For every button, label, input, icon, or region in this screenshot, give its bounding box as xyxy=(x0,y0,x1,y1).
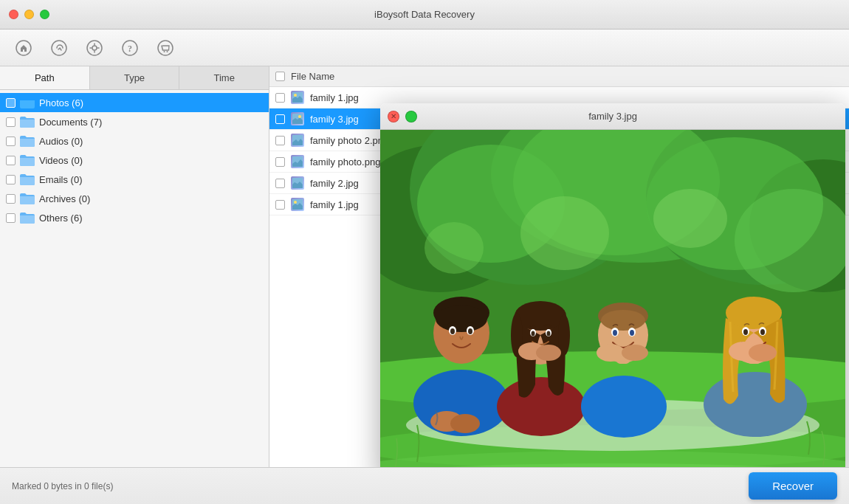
minimize-button[interactable] xyxy=(24,10,34,19)
preview-titlebar: ✕ family 3.jpg xyxy=(380,103,845,130)
file-5-name: family 1.jpg xyxy=(310,199,359,210)
tree-item-archives[interactable]: Archives (0) xyxy=(0,189,269,208)
file-5-thumb xyxy=(291,198,304,211)
svg-point-12 xyxy=(298,115,301,118)
svg-point-8 xyxy=(167,51,168,52)
svg-point-17 xyxy=(294,201,297,204)
left-panel: Path Type Time Photos (6) Documents xyxy=(0,66,269,467)
documents-checkbox[interactable] xyxy=(6,117,16,127)
emails-checkbox[interactable] xyxy=(6,175,16,184)
folder-icon-others xyxy=(20,212,35,224)
svg-point-62 xyxy=(601,310,645,331)
file-0-thumb xyxy=(291,91,304,104)
file-list-header: File Name xyxy=(269,66,849,87)
preview-close-button[interactable]: ✕ xyxy=(388,111,399,122)
others-label: Others (6) xyxy=(39,213,83,224)
svg-point-7 xyxy=(164,51,165,52)
file-4-name: family 2.jpg xyxy=(310,178,359,189)
close-button[interactable] xyxy=(9,10,18,19)
svg-point-29 xyxy=(653,189,727,248)
svg-point-75 xyxy=(743,329,748,335)
svg-point-66 xyxy=(630,330,634,336)
select-all-checkbox[interactable] xyxy=(275,72,285,81)
toolbar: ? xyxy=(0,30,849,66)
help-icon[interactable]: ? xyxy=(118,36,142,60)
videos-label: Videos (0) xyxy=(39,155,83,166)
archives-label: Archives (0) xyxy=(39,193,90,204)
maximize-button[interactable] xyxy=(40,10,49,19)
svg-point-78 xyxy=(749,344,777,362)
svg-point-45 xyxy=(450,414,480,433)
preview-window: ✕ family 3.jpg xyxy=(380,103,845,467)
emails-label: Emails (0) xyxy=(39,174,83,185)
svg-point-69 xyxy=(704,372,807,437)
folder-icon-emails xyxy=(20,173,35,185)
file-5-checkbox[interactable] xyxy=(275,200,285,210)
tree-item-audios[interactable]: Audios (0) xyxy=(0,131,269,151)
preview-prev-button[interactable] xyxy=(405,111,417,122)
svg-point-55 xyxy=(547,331,551,336)
svg-point-30 xyxy=(424,222,484,274)
svg-point-57 xyxy=(536,345,561,361)
photos-checkbox[interactable] xyxy=(6,98,16,108)
folder-icon-archives xyxy=(20,193,35,204)
file-4-thumb xyxy=(291,176,304,190)
file-name-header: File Name xyxy=(291,71,334,82)
file-1-checkbox[interactable] xyxy=(275,114,285,124)
settings-icon[interactable] xyxy=(83,36,106,60)
tree-item-others[interactable]: Others (6) xyxy=(0,208,269,227)
tree-list: Photos (6) Documents (7) Audios (0) xyxy=(0,90,269,467)
tab-time[interactable]: Time xyxy=(179,66,269,89)
tree-item-documents[interactable]: Documents (7) xyxy=(0,112,269,131)
tab-path[interactable]: Path xyxy=(0,66,90,89)
file-2-checkbox[interactable] xyxy=(275,136,285,145)
file-2-name: family photo 2.png xyxy=(310,135,388,146)
photos-label: Photos (6) xyxy=(39,97,83,108)
folder-icon-audios xyxy=(20,135,35,147)
archives-checkbox[interactable] xyxy=(6,194,16,204)
file-0-checkbox[interactable] xyxy=(275,93,285,103)
svg-point-39 xyxy=(436,305,487,332)
tab-type[interactable]: Type xyxy=(90,66,180,89)
tree-item-videos[interactable]: Videos (0) xyxy=(0,151,269,170)
tree-item-emails[interactable]: Emails (0) xyxy=(0,170,269,189)
svg-point-65 xyxy=(613,330,617,336)
title-bar: iBoysoft Data Recovery xyxy=(0,0,849,30)
file-1-thumb xyxy=(291,112,304,125)
file-3-name: family photo.png xyxy=(310,156,380,168)
family-photo-svg xyxy=(380,130,845,467)
svg-point-3 xyxy=(92,46,97,50)
svg-text:?: ? xyxy=(128,44,132,54)
scan-icon[interactable] xyxy=(47,36,71,60)
main-content: Path Type Time Photos (6) Documents xyxy=(0,66,849,467)
svg-point-68 xyxy=(622,345,648,361)
svg-point-2 xyxy=(87,41,102,55)
svg-point-43 xyxy=(468,328,472,334)
folder-icon-photos xyxy=(20,97,35,108)
svg-point-46 xyxy=(497,377,585,436)
file-1-name: family 3.jpg xyxy=(310,114,359,125)
preview-image-area xyxy=(380,130,845,467)
svg-point-42 xyxy=(450,328,455,334)
svg-point-67 xyxy=(597,344,625,362)
app-title: iBoysoft Data Recovery xyxy=(374,9,475,20)
tabs-container: Path Type Time xyxy=(0,66,269,90)
tree-item-photos[interactable]: Photos (6) xyxy=(0,93,269,112)
file-3-checkbox[interactable] xyxy=(275,157,285,167)
audios-label: Audios (0) xyxy=(39,136,83,147)
preview-controls: ✕ xyxy=(388,111,417,122)
svg-point-54 xyxy=(532,331,535,336)
recover-button[interactable]: Recover xyxy=(749,472,837,500)
home-icon[interactable] xyxy=(12,36,35,60)
file-0-name: family 1.jpg xyxy=(310,92,359,103)
svg-point-10 xyxy=(294,94,297,97)
others-checkbox[interactable] xyxy=(6,213,16,223)
file-4-checkbox[interactable] xyxy=(275,179,285,188)
videos-checkbox[interactable] xyxy=(6,156,16,165)
status-text: Marked 0 bytes in 0 file(s) xyxy=(12,481,113,491)
svg-point-6 xyxy=(158,41,173,55)
file-3-thumb xyxy=(291,155,304,168)
cart-icon[interactable] xyxy=(154,36,177,60)
svg-point-28 xyxy=(520,196,609,270)
audios-checkbox[interactable] xyxy=(6,137,16,146)
